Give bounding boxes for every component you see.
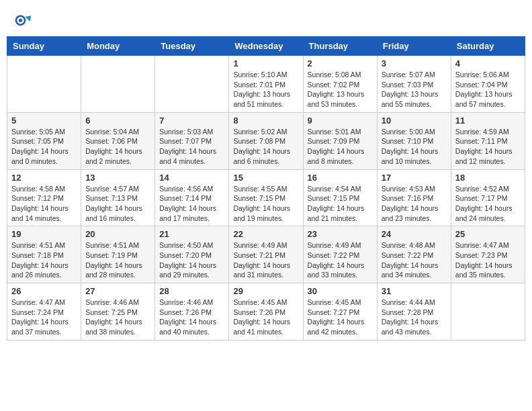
calendar-cell: 2Sunrise: 5:08 AMSunset: 7:02 PMDaylight…: [303, 56, 377, 113]
day-number: 29: [233, 286, 298, 296]
day-number: 6: [85, 116, 150, 126]
calendar-cell: [7, 56, 81, 113]
week-row-2: 5Sunrise: 5:05 AMSunset: 7:05 PMDaylight…: [7, 112, 525, 169]
day-number: 8: [233, 116, 298, 126]
calendar-cell: 14Sunrise: 4:56 AMSunset: 7:14 PMDayligh…: [155, 169, 229, 226]
svg-marker-3: [26, 15, 32, 21]
calendar-cell: 11Sunrise: 4:59 AMSunset: 7:11 PMDayligh…: [451, 112, 525, 169]
day-info: Sunrise: 4:46 AMSunset: 7:26 PMDaylight:…: [159, 298, 224, 337]
day-info: Sunrise: 4:51 AMSunset: 7:19 PMDaylight:…: [85, 240, 150, 280]
day-header-saturday: Saturday: [451, 37, 525, 56]
day-header-tuesday: Tuesday: [155, 37, 229, 56]
day-header-sunday: Sunday: [7, 37, 81, 56]
day-number: 25: [455, 229, 521, 239]
day-info: Sunrise: 5:04 AMSunset: 7:06 PMDaylight:…: [85, 127, 150, 167]
day-number: 11: [455, 116, 521, 126]
calendar-cell: 30Sunrise: 4:45 AMSunset: 7:27 PMDayligh…: [303, 283, 377, 340]
calendar-cell: 25Sunrise: 4:47 AMSunset: 7:23 PMDayligh…: [451, 226, 525, 283]
calendar-cell: 6Sunrise: 5:04 AMSunset: 7:06 PMDaylight…: [81, 112, 155, 169]
calendar-cell: 7Sunrise: 5:03 AMSunset: 7:07 PMDaylight…: [155, 112, 229, 169]
day-number: 30: [308, 286, 373, 296]
calendar-cell: 20Sunrise: 4:51 AMSunset: 7:19 PMDayligh…: [81, 226, 155, 283]
calendar-cell: 19Sunrise: 4:51 AMSunset: 7:18 PMDayligh…: [7, 226, 81, 283]
calendar-cell: 21Sunrise: 4:50 AMSunset: 7:20 PMDayligh…: [155, 226, 229, 283]
day-info: Sunrise: 4:52 AMSunset: 7:17 PMDaylight:…: [455, 184, 521, 224]
day-info: Sunrise: 4:50 AMSunset: 7:20 PMDaylight:…: [159, 240, 224, 280]
day-info: Sunrise: 4:45 AMSunset: 7:26 PMDaylight:…: [233, 298, 298, 337]
day-number: 23: [308, 229, 373, 239]
day-info: Sunrise: 5:00 AMSunset: 7:10 PMDaylight:…: [382, 127, 447, 167]
day-number: 18: [455, 173, 521, 183]
day-info: Sunrise: 5:05 AMSunset: 7:05 PMDaylight:…: [11, 127, 77, 167]
day-number: 2: [308, 58, 373, 68]
day-number: 31: [382, 286, 447, 296]
day-info: Sunrise: 4:49 AMSunset: 7:21 PMDaylight:…: [233, 240, 298, 280]
calendar-cell: 24Sunrise: 4:48 AMSunset: 7:22 PMDayligh…: [377, 226, 451, 283]
calendar-cell: 10Sunrise: 5:00 AMSunset: 7:10 PMDayligh…: [377, 112, 451, 169]
day-info: Sunrise: 4:59 AMSunset: 7:11 PMDaylight:…: [455, 127, 521, 167]
day-info: Sunrise: 4:57 AMSunset: 7:13 PMDaylight:…: [85, 184, 150, 224]
calendar-cell: 9Sunrise: 5:01 AMSunset: 7:09 PMDaylight…: [303, 112, 377, 169]
day-info: Sunrise: 5:10 AMSunset: 7:01 PMDaylight:…: [233, 70, 298, 109]
calendar-cell: 4Sunrise: 5:06 AMSunset: 7:04 PMDaylight…: [451, 56, 525, 113]
day-number: 19: [11, 229, 77, 239]
day-number: 3: [382, 58, 447, 68]
day-number: 9: [308, 116, 373, 126]
day-number: 27: [85, 286, 150, 296]
day-info: Sunrise: 4:47 AMSunset: 7:24 PMDaylight:…: [11, 298, 77, 337]
calendar-cell: 16Sunrise: 4:54 AMSunset: 7:15 PMDayligh…: [303, 169, 377, 226]
day-info: Sunrise: 4:45 AMSunset: 7:27 PMDaylight:…: [308, 298, 373, 337]
day-number: 20: [85, 229, 150, 239]
day-number: 22: [233, 229, 298, 239]
day-info: Sunrise: 4:46 AMSunset: 7:25 PMDaylight:…: [85, 298, 150, 337]
day-number: 15: [233, 173, 298, 183]
day-number: 24: [382, 229, 447, 239]
calendar-cell: 26Sunrise: 4:47 AMSunset: 7:24 PMDayligh…: [7, 283, 81, 340]
day-info: Sunrise: 5:02 AMSunset: 7:08 PMDaylight:…: [233, 127, 298, 167]
calendar-cell: 18Sunrise: 4:52 AMSunset: 7:17 PMDayligh…: [451, 169, 525, 226]
day-header-thursday: Thursday: [303, 37, 377, 56]
calendar-cell: 13Sunrise: 4:57 AMSunset: 7:13 PMDayligh…: [81, 169, 155, 226]
day-info: Sunrise: 4:49 AMSunset: 7:22 PMDaylight:…: [308, 240, 373, 280]
day-number: 13: [85, 173, 150, 183]
day-info: Sunrise: 4:54 AMSunset: 7:15 PMDaylight:…: [308, 184, 373, 224]
day-info: Sunrise: 4:47 AMSunset: 7:23 PMDaylight:…: [455, 240, 521, 280]
week-row-5: 26Sunrise: 4:47 AMSunset: 7:24 PMDayligh…: [7, 283, 525, 340]
day-info: Sunrise: 5:08 AMSunset: 7:02 PMDaylight:…: [308, 70, 373, 109]
calendar-cell: 17Sunrise: 4:53 AMSunset: 7:16 PMDayligh…: [377, 169, 451, 226]
day-info: Sunrise: 4:48 AMSunset: 7:22 PMDaylight:…: [382, 240, 447, 280]
week-row-4: 19Sunrise: 4:51 AMSunset: 7:18 PMDayligh…: [7, 226, 525, 283]
calendar-cell: 5Sunrise: 5:05 AMSunset: 7:05 PMDaylight…: [7, 112, 81, 169]
day-header-friday: Friday: [377, 37, 451, 56]
calendar-cell: 22Sunrise: 4:49 AMSunset: 7:21 PMDayligh…: [229, 226, 303, 283]
svg-point-2: [19, 19, 22, 22]
day-number: 4: [455, 58, 521, 68]
calendar-cell: 27Sunrise: 4:46 AMSunset: 7:25 PMDayligh…: [81, 283, 155, 340]
calendar-cell: [155, 56, 229, 113]
calendar-cell: 15Sunrise: 4:55 AMSunset: 7:15 PMDayligh…: [229, 169, 303, 226]
day-number: 7: [159, 116, 224, 126]
day-info: Sunrise: 5:01 AMSunset: 7:09 PMDaylight:…: [308, 127, 373, 167]
calendar-cell: 8Sunrise: 5:02 AMSunset: 7:08 PMDaylight…: [229, 112, 303, 169]
day-number: 5: [11, 116, 77, 126]
calendar-cell: [81, 56, 155, 113]
day-number: 26: [11, 286, 77, 296]
day-number: 10: [382, 116, 447, 126]
day-number: 28: [159, 286, 224, 296]
calendar-table: SundayMondayTuesdayWednesdayThursdayFrid…: [7, 36, 525, 340]
header-row: SundayMondayTuesdayWednesdayThursdayFrid…: [7, 37, 525, 56]
day-header-wednesday: Wednesday: [229, 37, 303, 56]
day-info: Sunrise: 4:53 AMSunset: 7:16 PMDaylight:…: [382, 184, 447, 224]
day-header-monday: Monday: [81, 37, 155, 56]
calendar-cell: [451, 283, 525, 340]
day-info: Sunrise: 5:07 AMSunset: 7:03 PMDaylight:…: [382, 70, 447, 109]
day-info: Sunrise: 4:51 AMSunset: 7:18 PMDaylight:…: [11, 240, 77, 280]
calendar-cell: 1Sunrise: 5:10 AMSunset: 7:01 PMDaylight…: [229, 56, 303, 113]
day-number: 16: [308, 173, 373, 183]
day-info: Sunrise: 4:58 AMSunset: 7:12 PMDaylight:…: [11, 184, 77, 224]
header: [7, 7, 525, 34]
calendar-cell: 29Sunrise: 4:45 AMSunset: 7:26 PMDayligh…: [229, 283, 303, 340]
calendar-cell: 3Sunrise: 5:07 AMSunset: 7:03 PMDaylight…: [377, 56, 451, 113]
calendar-cell: 12Sunrise: 4:58 AMSunset: 7:12 PMDayligh…: [7, 169, 81, 226]
day-number: 21: [159, 229, 224, 239]
